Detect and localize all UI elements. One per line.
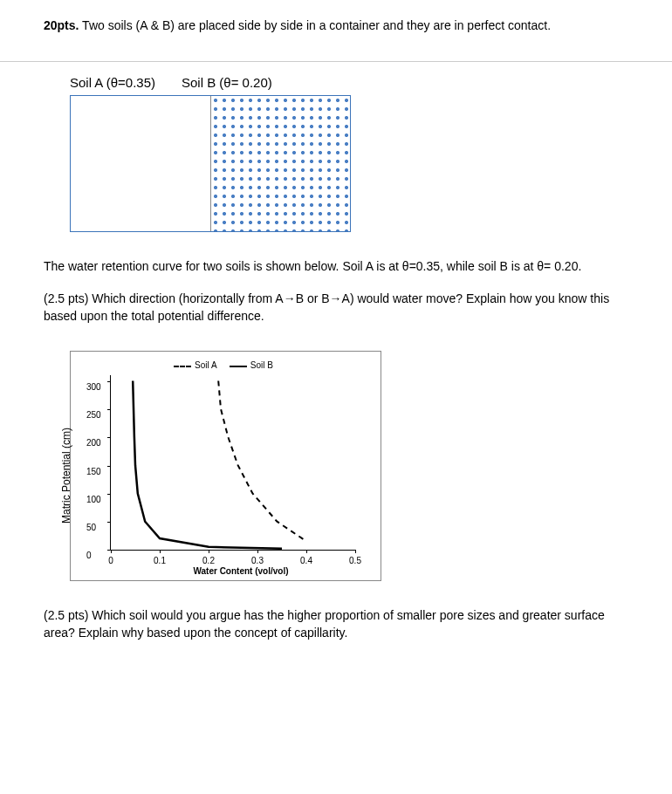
legend-dash-icon bbox=[174, 366, 191, 367]
legend-soil-b: Soil B bbox=[250, 360, 273, 370]
separator bbox=[0, 61, 672, 62]
x-tick-label: 0.3 bbox=[251, 556, 264, 565]
question-1: (2.5 pts) Which direction (horizontally … bbox=[44, 291, 628, 325]
legend-soil-a: Soil A bbox=[195, 360, 216, 370]
soil-container-diagram bbox=[70, 95, 351, 232]
y-tick-label: 0 bbox=[86, 551, 92, 560]
chart-legend: Soil A Soil B bbox=[75, 360, 372, 370]
chart-curves bbox=[111, 375, 355, 550]
y-tick-label: 300 bbox=[86, 381, 101, 391]
soil-a-label: Soil A (θ=0.35) bbox=[70, 75, 155, 90]
intro-paragraph: 20pts. Two soils (A & B) are placed side… bbox=[44, 17, 628, 35]
x-tick-label: 0.1 bbox=[154, 556, 166, 565]
y-tick-label: 250 bbox=[86, 410, 101, 420]
plot-area: 05010015020025030000.10.20.30.40.5 bbox=[110, 375, 355, 551]
soil-b-label: Soil B (θ= 0.20) bbox=[182, 75, 272, 90]
x-tick-label: 0.5 bbox=[349, 556, 361, 565]
soil-b-curve bbox=[133, 381, 282, 549]
soil-a-box bbox=[71, 96, 211, 231]
diagram-labels: Soil A (θ=0.35) Soil B (θ= 0.20) bbox=[70, 75, 628, 90]
x-axis-label: Water Content (vol/vol) bbox=[110, 566, 372, 576]
x-tick-label: 0.4 bbox=[300, 556, 312, 565]
y-tick-label: 150 bbox=[86, 466, 101, 476]
question-2: (2.5 pts) Which soil would you argue has… bbox=[44, 607, 628, 641]
intro-text: Two soils (A & B) are placed side by sid… bbox=[79, 18, 551, 32]
y-tick-label: 200 bbox=[86, 438, 101, 448]
y-tick-label: 50 bbox=[86, 523, 96, 532]
y-axis-label: Matric Potential (cm) bbox=[60, 428, 72, 524]
y-tick-label: 100 bbox=[86, 494, 101, 503]
retention-curve-text: The water retention curve for two soils … bbox=[44, 258, 628, 276]
retention-curve-chart: Soil A Soil B Matric Potential (cm) 0501… bbox=[70, 351, 381, 581]
soil-b-box bbox=[211, 96, 351, 231]
x-tick-label: 0.2 bbox=[202, 556, 215, 565]
x-tick-label: 0 bbox=[108, 556, 113, 565]
soil-a-curve bbox=[218, 381, 306, 542]
points-label: 20pts. bbox=[44, 18, 79, 32]
legend-solid-icon bbox=[230, 366, 247, 367]
